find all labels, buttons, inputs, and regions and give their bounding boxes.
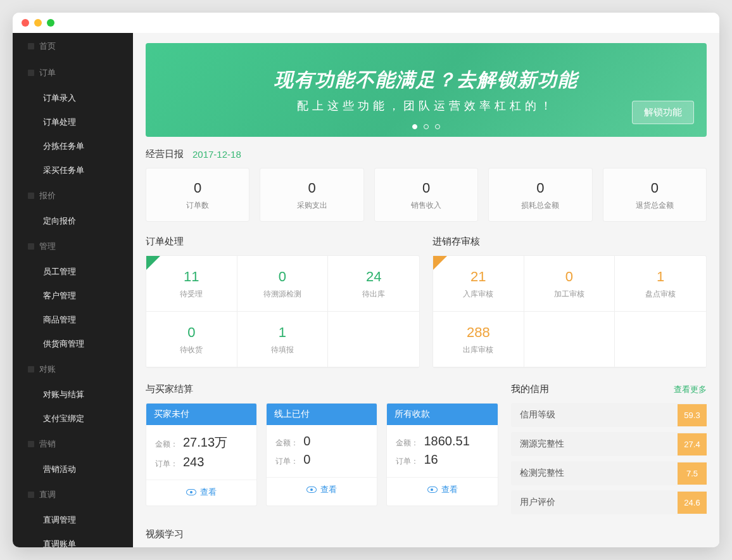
eye-icon bbox=[427, 487, 438, 493]
amount-label: 金额： bbox=[396, 438, 419, 449]
nav-item[interactable]: 员工管理 bbox=[13, 260, 133, 284]
stat-label: 退货总金额 bbox=[603, 200, 706, 211]
window-close-icon[interactable] bbox=[22, 19, 29, 27]
credit-item[interactable]: 用户评价24.6 bbox=[511, 490, 707, 514]
corner-accent-icon bbox=[433, 256, 447, 270]
orders-label: 订单： bbox=[396, 456, 419, 467]
status-cell[interactable]: 21入库审核 bbox=[433, 256, 524, 312]
cell-label: 入库审核 bbox=[433, 289, 524, 300]
credit-value: 7.5 bbox=[678, 462, 707, 485]
unlock-features-button[interactable]: 解锁功能 bbox=[632, 101, 694, 124]
status-cell[interactable]: 288出库审核 bbox=[433, 312, 524, 367]
cell-value: 288 bbox=[433, 324, 524, 341]
view-link[interactable]: 查看 bbox=[267, 477, 377, 503]
settlement-card-head: 线上已付 bbox=[267, 404, 377, 425]
nav-item[interactable]: 订单录入 bbox=[13, 86, 133, 110]
orders-label: 订单： bbox=[155, 459, 178, 469]
audit-title: 进销存审核 bbox=[432, 236, 480, 248]
nav-group[interactable]: 首页 bbox=[13, 33, 133, 60]
window-titlebar bbox=[13, 13, 719, 33]
nav-group[interactable]: 直调 bbox=[13, 481, 133, 508]
cell-value: 1 bbox=[615, 269, 706, 285]
orders-value: 16 bbox=[424, 452, 438, 467]
nav-item[interactable]: 供货商管理 bbox=[13, 332, 133, 356]
nav-item[interactable]: 客户管理 bbox=[13, 284, 133, 308]
credit-item[interactable]: 检测完整性7.5 bbox=[511, 461, 707, 485]
nav-group[interactable]: 订单 bbox=[13, 60, 133, 86]
nav-item[interactable]: 支付宝绑定 bbox=[13, 407, 133, 431]
order-process-grid: 11待受理0待溯源检测24待出库0待收货1待填报-- bbox=[146, 255, 420, 368]
stat-card[interactable]: 0订单数 bbox=[146, 168, 249, 222]
stat-card[interactable]: 0退货总金额 bbox=[603, 168, 707, 222]
credit-value: 27.4 bbox=[678, 433, 707, 455]
cell-value: 11 bbox=[146, 269, 237, 285]
nav-group[interactable]: 对账 bbox=[13, 356, 133, 383]
stat-card[interactable]: 0采购支出 bbox=[260, 168, 363, 222]
credit-value: 24.6 bbox=[678, 492, 707, 514]
nav-item[interactable]: 分拣任务单 bbox=[13, 134, 133, 158]
settlement-card: 买家未付 金额：27.13万 订单：243 查看 bbox=[146, 403, 257, 506]
nav-item[interactable]: 对账与结算 bbox=[13, 383, 133, 407]
stat-value: 0 bbox=[489, 180, 591, 196]
cell-value: 24 bbox=[328, 269, 419, 285]
nav-item[interactable]: 定向报价 bbox=[13, 209, 133, 233]
nav-item[interactable]: 直调管理 bbox=[13, 508, 133, 532]
status-cell[interactable]: 11待受理 bbox=[146, 256, 237, 312]
stat-label: 采购支出 bbox=[260, 200, 363, 211]
nav-group[interactable]: 报价 bbox=[13, 182, 133, 209]
status-cell: -- bbox=[615, 312, 706, 367]
view-link[interactable]: 查看 bbox=[146, 480, 256, 506]
credit-title: 我的信用 bbox=[511, 383, 549, 395]
window-minimize-icon[interactable] bbox=[34, 19, 42, 27]
banner-title: 现有功能不能满足？去解锁新功能 bbox=[274, 67, 578, 93]
nav-item[interactable]: 订单处理 bbox=[13, 110, 133, 134]
settlement-title: 与买家结算 bbox=[146, 383, 193, 395]
nav-item[interactable]: 营销活动 bbox=[13, 457, 133, 481]
carousel-dot[interactable] bbox=[435, 124, 440, 129]
status-cell[interactable]: 0待溯源检测 bbox=[237, 256, 329, 312]
window-maximize-icon[interactable] bbox=[47, 19, 54, 27]
settlement-card: 所有收款 金额：1860.51 订单：16 查看 bbox=[386, 403, 498, 506]
stat-card[interactable]: 0损耗总金额 bbox=[488, 168, 592, 222]
stat-card[interactable]: 0销售收入 bbox=[374, 168, 478, 222]
sidebar: 首页订单订单录入订单处理分拣任务单采买任务单报价定向报价管理员工管理客户管理商品… bbox=[13, 33, 133, 547]
stat-label: 损耗总金额 bbox=[489, 200, 591, 211]
cell-label: 待收货 bbox=[146, 345, 237, 355]
nav-group[interactable]: 管理 bbox=[13, 233, 133, 260]
credit-more-link[interactable]: 查看更多 bbox=[674, 384, 707, 395]
stat-label: 订单数 bbox=[146, 200, 249, 211]
cell-value: 21 bbox=[433, 269, 524, 285]
amount-value: 1860.51 bbox=[424, 434, 469, 449]
settlement-card: 线上已付 金额：0 订单：0 查看 bbox=[266, 403, 377, 506]
order-process-title: 订单处理 bbox=[146, 236, 184, 248]
status-cell[interactable]: 0待收货 bbox=[146, 312, 237, 367]
status-cell[interactable]: 1盘点审核 bbox=[615, 256, 706, 312]
cell-label: 待填报 bbox=[237, 345, 328, 355]
cell-value: 1 bbox=[237, 324, 328, 341]
status-cell[interactable]: 0加工审核 bbox=[524, 256, 615, 312]
daily-stats-row: 0订单数0采购支出0销售收入0损耗总金额0退货总金额 bbox=[146, 168, 707, 222]
credit-label: 溯源完整性 bbox=[520, 438, 564, 450]
status-cell: -- bbox=[328, 312, 419, 367]
stat-value: 0 bbox=[375, 180, 477, 196]
nav-item[interactable]: 直调账单 bbox=[13, 532, 133, 547]
status-cell: -- bbox=[524, 312, 615, 367]
view-link[interactable]: 查看 bbox=[387, 477, 497, 503]
carousel-dots bbox=[412, 124, 440, 129]
credit-value: 59.3 bbox=[678, 404, 707, 426]
eye-icon bbox=[186, 489, 196, 495]
nav-group[interactable]: 营销 bbox=[13, 431, 133, 457]
carousel-dot[interactable] bbox=[412, 124, 417, 129]
orders-value: 243 bbox=[183, 455, 204, 469]
credit-item[interactable]: 溯源完整性27.4 bbox=[511, 432, 707, 456]
settlement-row: 买家未付 金额：27.13万 订单：243 查看 线上已付 金额：0 订单：0 … bbox=[146, 403, 498, 506]
credit-item[interactable]: 信用等级59.3 bbox=[511, 403, 707, 427]
status-cell[interactable]: 1待填报 bbox=[237, 312, 329, 367]
carousel-dot[interactable] bbox=[424, 124, 429, 129]
main-content: 现有功能不能满足？去解锁新功能 配上这些功能，团队运营效率杠杠的！ 解锁功能 经… bbox=[133, 33, 719, 547]
app-window: 首页订单订单录入订单处理分拣任务单采买任务单报价定向报价管理员工管理客户管理商品… bbox=[13, 13, 719, 547]
nav-item[interactable]: 采买任务单 bbox=[13, 158, 133, 182]
status-cell[interactable]: 24待出库 bbox=[328, 256, 419, 312]
nav-item[interactable]: 商品管理 bbox=[13, 308, 133, 332]
credit-label: 检测完整性 bbox=[520, 468, 564, 479]
